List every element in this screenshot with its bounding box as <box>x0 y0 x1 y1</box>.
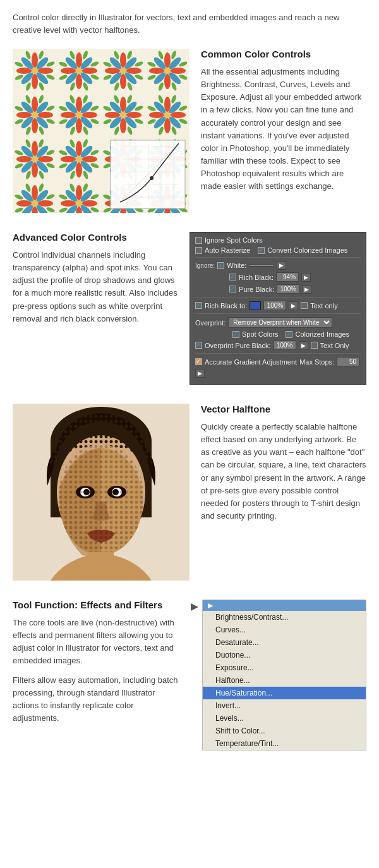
halftone-svg <box>13 404 190 581</box>
pure-black-label: Pure Black: <box>239 286 274 293</box>
section4-title: Tool Function: Effects and Filters <box>13 600 178 610</box>
effects-menu: ▶ Brightness/Contrast...Curves...Desatur… <box>202 600 366 750</box>
rich-black-to-row: Rich Black to: 100% ▶ Text only <box>195 301 361 310</box>
overprint-dropdown[interactable]: Remove Overprint when White <box>228 317 332 328</box>
section-advanced-color: Advanced Color Controls Control individu… <box>13 232 366 385</box>
rich-black-checkbox[interactable] <box>229 274 236 280</box>
auto-rasterize-label: Auto Rasterize <box>205 246 250 254</box>
ignore-spot-colors-row: Ignore Spot Colors <box>195 236 361 244</box>
menu-item-1[interactable]: Curves... <box>203 624 366 636</box>
overprint-pure-black-value[interactable]: 100% <box>274 341 296 350</box>
pure-black-value[interactable]: 100% <box>277 284 299 294</box>
overprint-row: Overprint: Remove Overprint when White <box>195 317 361 328</box>
menu-item-3[interactable]: Duotone... <box>203 649 366 661</box>
white-label: White: <box>227 262 246 269</box>
rich-black-arrow[interactable]: ▶ <box>301 273 311 282</box>
color-controls-panel: Ignore Spot Colors Auto Rasterize Conver… <box>190 232 366 385</box>
rich-black-row: Rich Black: 94% ▶ <box>195 272 361 282</box>
menu-panel-container: ▶ Brightness/Contrast...Curves...Desatur… <box>190 600 366 750</box>
section-tool-function: Tool Function: Effects and Filters The c… <box>13 600 366 750</box>
menu-item-10[interactable]: Temperature/Tint... <box>203 737 366 750</box>
gradient-label: Accurate Gradient Adjustment <box>205 358 297 366</box>
menu-arrow-container <box>190 600 202 614</box>
menu-item-4[interactable]: Exposure... <box>203 661 366 674</box>
text-only-checkbox[interactable] <box>301 302 308 309</box>
floral-image <box>13 49 190 213</box>
colorized-images-checkbox[interactable] <box>286 331 292 338</box>
section4-body2: Filters allow easy automation, including… <box>13 674 178 725</box>
pure-black-checkbox[interactable] <box>229 286 236 292</box>
convert-colorized-checkbox[interactable] <box>258 247 265 254</box>
ignore-spot-label: Ignore Spot Colors <box>205 236 263 244</box>
menu-item-9[interactable]: Shift to Color... <box>203 725 366 737</box>
section4-body1: The core tools are live (non-destructive… <box>13 617 178 668</box>
overprint-pure-black-arrow[interactable]: ▶ <box>299 341 308 350</box>
ignore-label: Ignore: <box>195 262 215 269</box>
menu-item-5[interactable]: Halftone... <box>203 674 366 687</box>
menu-items-container: Brightness/Contrast...Curves...Desaturat… <box>203 611 366 750</box>
section4-text: Tool Function: Effects and Filters The c… <box>13 600 178 725</box>
menu-item-7[interactable]: Invert... <box>203 699 366 712</box>
rich-black-value[interactable]: 94% <box>276 272 299 282</box>
menu-item-6[interactable]: Hue/Saturation... <box>203 687 366 699</box>
menu-item-2[interactable]: Desaturate... <box>203 636 366 649</box>
advanced-panel-container: Ignore Spot Colors Auto Rasterize Conver… <box>190 232 366 385</box>
section1-text: Common Color Controls All the essential … <box>201 49 366 193</box>
ignore-white-row: Ignore: White: ▶ <box>195 261 361 270</box>
max-stops-value[interactable]: 50 <box>337 357 359 366</box>
auto-rasterize-row: Auto Rasterize Convert Colorized Images <box>195 246 361 254</box>
rich-black-to-label: Rich Black to: <box>205 302 247 310</box>
section2-title: Advanced Color Controls <box>13 232 178 243</box>
text-only-label: Text only <box>310 302 337 310</box>
panel-separator-1 <box>195 257 361 258</box>
section3-body: Quickly create a perfectly scalable half… <box>201 421 366 522</box>
svg-marker-50 <box>191 603 198 611</box>
intro-text: Control color directly in Illustrator fo… <box>13 11 366 36</box>
auto-rasterize-checkbox[interactable] <box>195 247 202 254</box>
menu-container: ▶ Brightness/Contrast...Curves...Desatur… <box>190 600 366 750</box>
section2-text: Advanced Color Controls Control individu… <box>13 232 178 325</box>
spot-colors-row: Spot Colors Colorized Images <box>195 330 361 338</box>
overprint-pure-black-row: Overprint Pure Black: 100% ▶ Text Only <box>195 341 361 350</box>
gradient-row: Accurate Gradient Adjustment Max Stops: … <box>195 357 361 378</box>
white-value[interactable] <box>249 264 274 267</box>
panel-separator-2 <box>195 297 361 298</box>
max-stops-label: Max Stops: <box>299 358 334 366</box>
rich-black-to-arrow[interactable]: ▶ <box>289 301 298 310</box>
panel-separator-3 <box>195 313 361 314</box>
floral-image-container <box>13 49 190 213</box>
floral-svg <box>13 49 190 213</box>
text-only2-label: Text Only <box>320 342 349 349</box>
section3-text: Vector Halftone Quickly create a perfect… <box>201 404 366 522</box>
gradient-checkbox[interactable] <box>195 358 202 365</box>
menu-item-8[interactable]: Levels... <box>203 712 366 725</box>
section-common-color: Common Color Controls All the essential … <box>13 49 366 213</box>
ignore-spot-checkbox[interactable] <box>195 237 202 244</box>
play-arrow-icon <box>190 602 200 612</box>
section-vector-halftone: Vector Halftone Quickly create a perfect… <box>13 404 366 581</box>
rich-black-to-value[interactable]: 100% <box>263 301 286 310</box>
color-swatch[interactable] <box>250 301 261 310</box>
overprint-label: Overprint: <box>195 319 226 327</box>
section1-title: Common Color Controls <box>201 49 366 59</box>
section3-title: Vector Halftone <box>201 404 366 414</box>
white-arrow[interactable]: ▶ <box>277 261 286 270</box>
overprint-pure-black-checkbox[interactable] <box>195 342 202 349</box>
section1-body: All the essential adjustments including … <box>201 66 366 193</box>
pure-black-arrow[interactable]: ▶ <box>302 285 311 294</box>
svg-point-30 <box>150 176 153 180</box>
white-checkbox[interactable] <box>217 262 224 269</box>
panel-separator-4 <box>195 353 361 354</box>
colorized-images-label: Colorized Images <box>295 330 349 338</box>
halftone-image <box>13 404 190 581</box>
max-stops-arrow[interactable]: ▶ <box>195 369 205 378</box>
text-only2-checkbox[interactable] <box>311 342 318 349</box>
section2-body: Control individual channels including tr… <box>13 249 178 325</box>
halftone-image-container <box>13 404 190 581</box>
spot-colors-checkbox[interactable] <box>232 331 239 338</box>
rich-black-to-checkbox[interactable] <box>195 302 202 309</box>
menu-header-arrow: ▶ <box>208 601 213 610</box>
menu-item-0[interactable]: Brightness/Contrast... <box>203 611 366 624</box>
overprint-pure-black-label: Overprint Pure Black: <box>205 342 271 349</box>
rich-black-label: Rich Black: <box>239 274 274 281</box>
